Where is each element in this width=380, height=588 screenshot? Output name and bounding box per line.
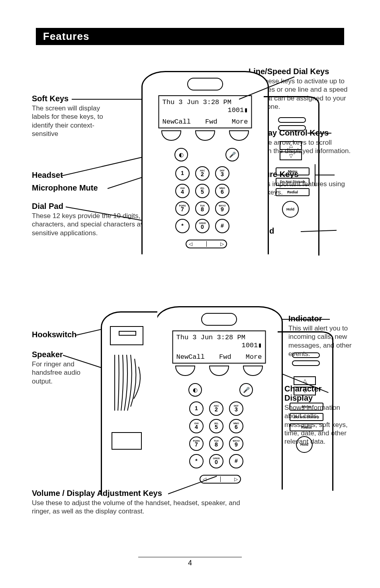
key-2[interactable]: ABC2 <box>209 401 223 416</box>
screen-line1: Thu 3 Jun 3:28 PM <box>163 98 231 106</box>
softkey-2[interactable] <box>209 366 229 376</box>
key-1[interactable]: 1 <box>175 166 190 181</box>
headset-button[interactable]: ◐ <box>188 383 202 397</box>
softkey-label-more: More <box>246 353 262 361</box>
page-footer: 4 <box>138 557 242 567</box>
screen-ext: 1001 <box>241 342 258 349</box>
arrow-down-key[interactable]: ▽ <box>294 387 316 395</box>
softkey-1[interactable] <box>175 366 195 376</box>
section-header: Features <box>36 28 344 45</box>
hold-key[interactable]: Hold <box>296 436 313 453</box>
speaker-grille <box>111 355 145 411</box>
key-3[interactable]: DEF3 <box>229 401 243 416</box>
key-0[interactable]: OPER0 <box>209 454 223 468</box>
softkey-row <box>175 366 263 376</box>
softkey-label-more: More <box>232 118 248 126</box>
key-7[interactable]: PQRS7 <box>189 437 204 451</box>
volume-rocker[interactable]: ◁ ▷ <box>186 240 227 248</box>
arrow-up-key[interactable]: △ <box>280 141 302 150</box>
line-key-1[interactable] <box>292 352 320 358</box>
volume-rocker[interactable]: ◁ ▷ <box>200 475 241 484</box>
screen-line1: Thu 3 Jun 3:28 PM <box>176 334 245 342</box>
mute-button[interactable]: 🎤 <box>239 383 253 397</box>
key-4[interactable]: GHI4 <box>189 419 204 433</box>
label-headset: Headset <box>32 171 112 181</box>
soft-keys-desc: The screen will display labels for these… <box>32 104 112 138</box>
key-hash[interactable]: # <box>215 219 229 233</box>
dialpad: 1 ABC2 DEF3 GHI4 JKL5 MNO6 PQRS7 TUV8 WX… <box>175 166 229 233</box>
phone-body: Thu 3 Jun 3:28 PM 1001▮ NewCall Fwd More… <box>141 71 269 254</box>
dialpad: 1 ABC2 DEF3 GHI4 JKL5 MNO6 PQRS7 TUV8 WX… <box>189 401 243 468</box>
softkey-row <box>161 130 249 141</box>
softkey-label-newcall: NewCall <box>176 353 205 361</box>
hookswitch-inner <box>119 331 136 336</box>
softkey-label-fwd: Fwd <box>205 118 217 126</box>
label-soft-keys: Soft Keys The screen will display labels… <box>32 94 112 138</box>
key-star[interactable]: * <box>189 454 204 468</box>
side-panel: △ ▽ Menu Do Not Disturb Redial Hold <box>264 96 319 256</box>
headset-icon: ◐ <box>193 387 198 393</box>
speaker-desc: For ringer and handsfree audio output. <box>32 360 88 385</box>
dnd-key[interactable]: Do Not Disturb <box>290 413 323 421</box>
key-9[interactable]: WXYZ9 <box>229 437 243 451</box>
vol-up-icon: ▷ <box>234 476 238 482</box>
key-7[interactable]: PQRS7 <box>175 201 190 216</box>
headset-title: Headset <box>32 171 112 180</box>
arrow-down-icon: ▽ <box>289 153 293 159</box>
hookswitch-title: Hookswitch <box>32 330 88 339</box>
leader-line <box>308 133 331 134</box>
key-5[interactable]: JKL5 <box>195 184 210 198</box>
key-3[interactable]: DEF3 <box>215 166 229 181</box>
cord-jack <box>112 432 142 450</box>
key-8[interactable]: TUV8 <box>209 437 223 451</box>
vol-adj-title: Volume / Display Adjustment Keys <box>32 489 247 498</box>
line-key-1[interactable] <box>278 117 306 123</box>
softkey-3[interactable] <box>229 130 249 141</box>
softkey-1[interactable] <box>161 130 181 141</box>
dnd-key[interactable]: Do Not Disturb <box>276 178 309 186</box>
key-star[interactable]: * <box>175 219 190 233</box>
speaker-title: Speaker <box>32 350 88 359</box>
arrow-up-icon: △ <box>289 143 293 148</box>
redial-key[interactable]: Redial <box>290 423 323 431</box>
menu-key[interactable]: Menu <box>276 167 309 175</box>
key-9[interactable]: WXYZ9 <box>215 201 229 216</box>
screen-ext: 1001 <box>227 106 244 114</box>
leader-line <box>315 164 315 186</box>
key-6[interactable]: MNO6 <box>215 184 229 198</box>
label-hookswitch: Hookswitch <box>32 330 88 340</box>
vol-down-icon: ◁ <box>189 241 192 247</box>
softkey-label-newcall: NewCall <box>163 118 191 126</box>
key-6[interactable]: MNO6 <box>229 419 243 433</box>
phone-screen: Thu 3 Jun 3:28 PM 1001▮ NewCall Fwd More <box>172 330 266 364</box>
leader-line <box>315 175 335 175</box>
section-title: Features <box>43 30 89 42</box>
key-2[interactable]: ABC2 <box>195 166 210 181</box>
softkey-label-fwd: Fwd <box>219 353 231 361</box>
menu-key[interactable]: Menu <box>290 403 323 411</box>
hookswitch[interactable] <box>110 326 143 345</box>
key-0[interactable]: OPER0 <box>195 219 210 233</box>
key-8[interactable]: TUV8 <box>195 201 210 216</box>
label-mic-mute: Microphone Mute <box>32 183 135 193</box>
softkey-2[interactable] <box>195 130 215 141</box>
page-number: 4 <box>188 559 192 567</box>
handset-slot <box>201 313 237 326</box>
key-1[interactable]: 1 <box>189 401 204 416</box>
key-hash[interactable]: # <box>229 454 243 468</box>
arrow-down-key[interactable]: ▽ <box>280 151 302 160</box>
mute-button[interactable]: 🎤 <box>225 148 239 161</box>
key-4[interactable]: GHI4 <box>175 184 190 198</box>
line-key-2[interactable] <box>292 360 320 366</box>
headset-button[interactable]: ◐ <box>174 148 188 161</box>
line-key-2[interactable] <box>278 125 306 131</box>
bottom-diagram: Hookswitch Speaker For ringer and handsf… <box>36 302 344 521</box>
handset-slot <box>187 78 223 90</box>
vol-adj-desc: Use these to adjust the volume of the ha… <box>32 499 247 516</box>
arrow-up-key[interactable]: △ <box>294 376 316 385</box>
hold-key[interactable]: Hold <box>282 201 299 218</box>
redial-key[interactable]: Redial <box>276 188 309 196</box>
key-5[interactable]: JKL5 <box>209 419 223 433</box>
softkey-3[interactable] <box>243 366 263 376</box>
headset-icon: ◐ <box>179 151 184 158</box>
